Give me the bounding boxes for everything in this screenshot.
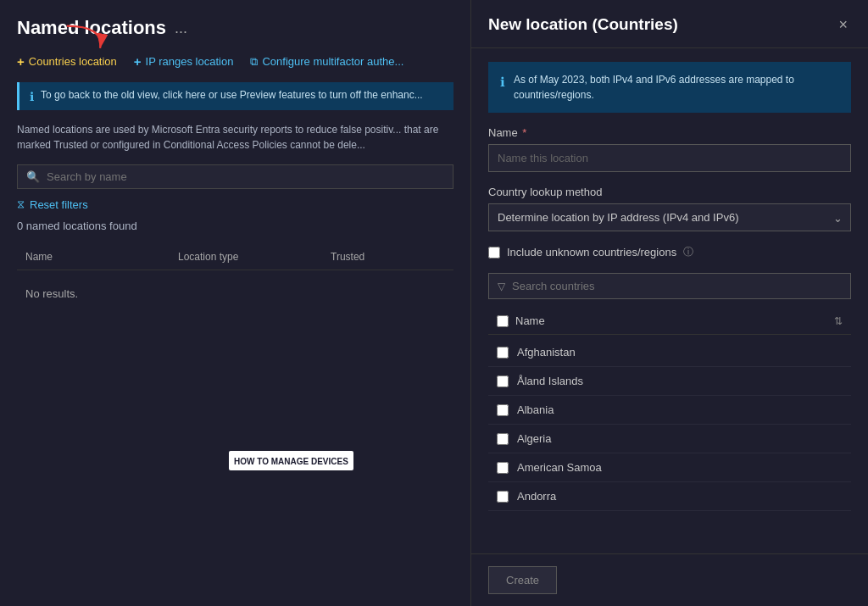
country-list-header: Name ⇅: [488, 308, 851, 335]
countries-location-button[interactable]: + Countries location: [17, 54, 117, 69]
required-star: *: [522, 126, 526, 139]
reset-filters-label: Reset filters: [30, 198, 88, 211]
side-info-text: As of May 2023, both IPv4 and IPv6 addre…: [514, 72, 839, 103]
col-header-name: Name: [25, 251, 178, 263]
name-field-label: Name *: [488, 126, 851, 139]
search-row: 🔍: [17, 164, 453, 189]
country-name: Algeria: [517, 432, 551, 445]
search-countries-input[interactable]: [512, 280, 842, 292]
side-panel-info-banner: ℹ As of May 2023, both IPv4 and IPv6 add…: [488, 62, 851, 113]
watermark: HOW TO MANAGE DEVICES: [229, 451, 353, 470]
no-results: No results.: [17, 270, 453, 317]
create-button[interactable]: Create: [488, 566, 557, 594]
plus-icon: +: [17, 54, 25, 69]
external-link-icon: ⧉: [250, 55, 258, 69]
main-info-banner: ℹ To go back to the old view, click here…: [17, 82, 453, 110]
include-unknown-label: Include unknown countries/regions: [507, 246, 676, 259]
sort-icon[interactable]: ⇅: [834, 315, 843, 327]
list-item[interactable]: American Samoa: [488, 453, 851, 482]
toolbar: + Countries location + IP ranges locatio…: [17, 54, 453, 69]
country-lookup-select[interactable]: Determine location by IP address (IPv4 a…: [488, 203, 851, 231]
country-lookup-label: Country lookup method: [488, 186, 851, 198]
info-icon: ℹ: [30, 90, 34, 103]
arrow-annotation: + Countries location: [17, 54, 117, 69]
country-name: American Samoa: [517, 461, 602, 474]
country-lookup-select-wrapper: Determine location by IP address (IPv4 a…: [488, 203, 851, 231]
country-name: Åland Islands: [517, 375, 583, 387]
include-unknown-checkbox[interactable]: [488, 247, 500, 259]
configure-label: Configure multifactor authe...: [262, 55, 403, 68]
country-list-header-left: Name: [497, 314, 545, 327]
country-checkbox[interactable]: [497, 433, 509, 445]
description-text: Named locations are used by Microsoft En…: [17, 122, 453, 153]
include-unknown-row: Include unknown countries/regions ⓘ: [488, 245, 851, 259]
country-checkbox[interactable]: [497, 462, 509, 474]
side-panel-header: New location (Countries) ×: [471, 0, 868, 48]
ip-ranges-location-label: IP ranges location: [146, 55, 234, 68]
col-header-type: Location type: [178, 251, 331, 263]
name-input[interactable]: [488, 144, 851, 172]
country-name: Andorra: [517, 490, 556, 503]
configure-multifactor-button[interactable]: ⧉ Configure multifactor authe...: [250, 55, 403, 69]
watermark-text: HOW TO MANAGE DEVICES: [234, 457, 348, 466]
ellipsis-menu[interactable]: ...: [175, 19, 187, 37]
list-item[interactable]: Åland Islands: [488, 367, 851, 396]
ip-ranges-location-button[interactable]: + IP ranges location: [134, 54, 234, 69]
countries-location-label: Countries location: [29, 55, 117, 68]
plus-icon-ip: +: [134, 54, 142, 69]
search-icon: 🔍: [26, 170, 40, 183]
country-name: Albania: [517, 403, 554, 416]
main-panel: Named locations ... + Countries location…: [0, 0, 470, 606]
side-panel-footer: Create: [471, 553, 868, 606]
filter-icon: ⧖: [17, 197, 25, 211]
reset-filters-button[interactable]: ⧖ Reset filters: [17, 197, 453, 211]
side-info-icon: ℹ: [500, 73, 505, 92]
list-item[interactable]: Albania: [488, 396, 851, 425]
include-unknown-info-icon[interactable]: ⓘ: [683, 245, 693, 259]
country-checkbox[interactable]: [497, 347, 509, 359]
select-all-checkbox[interactable]: [497, 315, 509, 327]
list-item[interactable]: Algeria: [488, 425, 851, 453]
close-button[interactable]: ×: [835, 16, 851, 34]
country-checkbox[interactable]: [497, 404, 509, 416]
table-header: Name Location type Trusted: [17, 244, 453, 270]
col-header-trusted: Trusted: [331, 251, 415, 263]
side-panel-body: ℹ As of May 2023, both IPv4 and IPv6 add…: [471, 48, 868, 553]
list-item[interactable]: Andorra: [488, 482, 851, 511]
search-countries-row: ▽: [488, 273, 851, 299]
search-input[interactable]: [47, 170, 444, 183]
country-list-name-header: Name: [515, 314, 545, 327]
found-count: 0 named locations found: [17, 220, 453, 232]
country-name: Afghanistan: [517, 346, 576, 359]
side-panel: New location (Countries) × ℹ As of May 2…: [470, 0, 868, 606]
info-banner-text: To go back to the old view, click here o…: [41, 89, 423, 101]
side-panel-title: New location (Countries): [488, 15, 678, 34]
country-checkbox[interactable]: [497, 491, 509, 503]
filter-icon-countries: ▽: [498, 281, 505, 292]
country-list: AfghanistanÅland IslandsAlbaniaAlgeriaAm…: [488, 338, 851, 511]
list-item[interactable]: Afghanistan: [488, 338, 851, 367]
country-checkbox[interactable]: [497, 375, 509, 387]
